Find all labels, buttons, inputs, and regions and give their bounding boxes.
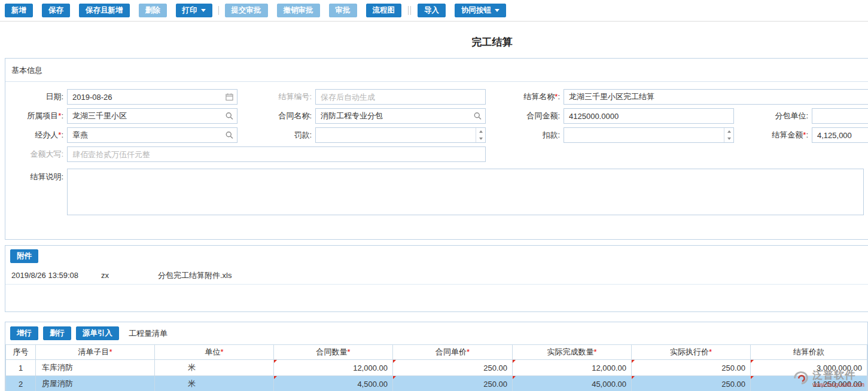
import-button[interactable]: 导入 [418,4,446,17]
cell-exec-price[interactable]: 250.00 [632,360,751,376]
cell-settle-amount[interactable]: 3,000,000.00 [751,360,867,376]
amount-in-words-label: 金额大写: [5,149,67,160]
add-row-button[interactable]: 增行 [10,326,38,340]
number-spinner [476,128,485,142]
search-icon[interactable] [226,112,233,120]
handler-label: 经办人*: [5,130,67,140]
settlement-name-label: 结算名称*: [486,91,564,102]
cell-unit[interactable]: 米 [155,376,274,391]
basic-info-form: 日期: 结算编号: 结算名称*: 所属项目*: [5,82,868,239]
settlement-amount-label: 结算金额*: [734,130,812,140]
submit-approval-button[interactable]: 提交审批 [225,4,268,17]
settlement-amount-field[interactable] [812,127,868,143]
collaborate-button[interactable]: 协同按钮 [455,4,506,17]
table-row[interactable]: 1 车库消防 米 12,000.00 250.00 12,000.00 250.… [6,360,867,376]
attachment-time: 2019/8/26 13:59:08 [11,271,101,280]
collaborate-button-label: 协同按钮 [461,5,491,16]
quantity-list-table: 序号 清单子目* 单位* 合同数量* 合同单价* 实际完成数量* 实际执行价* … [5,344,867,391]
spinner-down-icon[interactable] [476,135,485,142]
cell-item[interactable]: 房屋消防 [36,376,155,391]
handler-field[interactable] [67,127,237,143]
revoke-approval-button[interactable]: 撤销审批 [277,4,320,17]
col-unit-header: 单位* [155,345,274,360]
cell-contract-qty[interactable]: 12,000.00 [274,360,393,376]
toolbar-divider [408,6,411,15]
contract-name-field[interactable] [315,108,486,124]
cell-contract-price[interactable]: 250.00 [393,376,513,391]
cell-exec-price[interactable]: 250.00 [632,376,751,391]
form-row-3: 经办人*: 罚款: 扣款: 结算金额*: [5,126,868,145]
caret-down-icon [201,9,206,12]
flowchart-button[interactable]: 流程图 [366,4,402,17]
print-button[interactable]: 打印 [176,4,212,17]
cell-index: 1 [6,360,36,376]
subcontract-unit-label: 分包单位: [734,111,812,121]
delete-row-button[interactable]: 删行 [43,326,71,340]
settlement-note-textarea[interactable] [67,169,864,215]
date-label: 日期: [5,91,67,102]
cell-item[interactable]: 车库消防 [36,360,155,376]
col-contract-qty-header: 合同数量* [274,345,393,360]
settlement-no-label: 结算编号: [237,91,315,102]
new-button[interactable]: 新增 [5,4,33,17]
subcontract-unit-field[interactable] [812,108,868,124]
form-row-5: 结算说明: [5,169,868,215]
table-header-row: 序号 清单子目* 单位* 合同数量* 合同单价* 实际完成数量* 实际执行价* … [6,345,867,360]
contract-amount-label: 合同金额: [486,111,564,121]
col-done-qty-header: 实际完成数量* [513,345,632,360]
detail-panel: 增行 删行 源单引入 工程量清单 序号 清单子目* 单位* 合同数量* 合同单价… [5,322,868,391]
settlement-name-field[interactable] [564,89,868,105]
toolbar: 新增 保存 保存且新增 删除 打印 提交审批 撤销审批 审批 流程图 导入 协同… [0,0,868,22]
source-import-button[interactable]: 源单引入 [76,326,119,340]
settlement-no-field[interactable] [315,89,486,105]
spinner-up-icon[interactable] [476,128,485,135]
cell-contract-price[interactable]: 250.00 [393,360,513,376]
attachment-row[interactable]: 2019/8/26 13:59:08 zx 分包完工结算附件.xls [5,267,868,285]
cell-done-qty[interactable]: 12,000.00 [513,360,632,376]
basic-info-section-title: 基本信息 [5,59,868,82]
page: 新增 保存 保存且新增 删除 打印 提交审批 撤销审批 审批 流程图 导入 协同… [0,0,868,391]
project-field[interactable] [67,108,237,124]
col-contract-price-header: 合同单价* [393,345,513,360]
cell-contract-qty[interactable]: 4,500.00 [274,376,393,391]
spinner-up-icon[interactable] [724,128,733,135]
basic-info-panel: 基本信息 日期: 结算编号: 结算名称*: [5,58,868,240]
form-row-1: 日期: 结算编号: 结算名称*: [5,87,868,106]
project-label: 所属项目*: [5,111,67,121]
cell-settle-amount[interactable]: 11,250,000.00 [751,376,867,391]
search-icon[interactable] [226,132,233,139]
detail-toolbar: 增行 删行 源单引入 工程量清单 [5,322,867,344]
toolbar-divider [218,6,219,15]
approval-button[interactable]: 审批 [329,4,357,17]
caret-down-icon [495,9,500,12]
form-row-4: 金额大写: [5,145,868,164]
fine-field[interactable] [315,127,486,143]
delete-button[interactable]: 删除 [139,4,167,17]
cell-unit[interactable]: 米 [155,360,274,376]
table-row[interactable]: 2 房屋消防 米 4,500.00 250.00 45,000.00 250.0… [6,376,867,391]
date-field[interactable] [67,89,237,105]
col-index-header: 序号 [6,345,36,360]
cell-done-qty[interactable]: 45,000.00 [513,376,632,391]
deduction-label: 扣款: [486,130,564,140]
amount-in-words-field[interactable] [67,146,486,162]
print-button-label: 打印 [182,5,197,16]
calendar-icon[interactable] [226,93,233,101]
save-and-new-button[interactable]: 保存且新增 [79,4,130,17]
attachments-panel: 附件 2019/8/26 13:59:08 zx 分包完工结算附件.xls [5,245,868,312]
form-row-2: 所属项目*: 合同名称: 合同金额: [5,106,868,126]
search-icon[interactable] [474,112,482,120]
spinner-down-icon[interactable] [724,135,733,142]
settlement-note-label: 结算说明: [5,169,67,182]
col-settle-amount-header: 结算价款 [751,345,867,360]
col-item-header: 清单子目* [36,345,155,360]
contract-name-label: 合同名称: [237,111,315,121]
save-button[interactable]: 保存 [42,4,70,17]
attachment-user: zx [101,271,158,280]
attachment-filename[interactable]: 分包完工结算附件.xls [158,270,232,281]
deduction-field[interactable] [564,127,734,143]
attachments-button[interactable]: 附件 [10,249,38,263]
page-title: 完工结算 [0,22,868,58]
fine-label: 罚款: [237,130,315,140]
contract-amount-field[interactable] [564,108,734,124]
